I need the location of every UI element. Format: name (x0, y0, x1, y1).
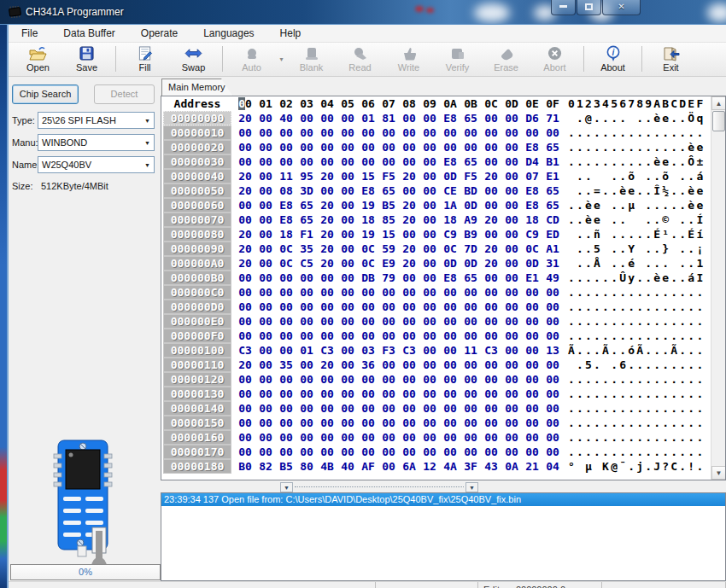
auto-button[interactable]: Auto (227, 43, 276, 75)
hex-byte-cell[interactable]: 82 (255, 460, 276, 473)
hex-byte-cell[interactable]: 00 (337, 344, 358, 357)
hex-byte-cell[interactable]: 00 (296, 445, 317, 458)
hex-byte-cell[interactable]: 00 (522, 445, 542, 458)
hex-byte-cell[interactable]: 00 (317, 315, 337, 328)
hex-byte-cell[interactable]: 00 (419, 213, 440, 226)
hex-byte-cell[interactable]: 0C (276, 242, 296, 255)
hex-byte-cell[interactable]: 00 (522, 286, 542, 299)
hex-byte-cell[interactable]: 00 (522, 344, 542, 357)
hex-byte-cell[interactable]: 00 (276, 271, 296, 284)
hex-byte-cell[interactable]: 00 (255, 445, 276, 458)
hex-byte-cell[interactable]: 00 (440, 315, 460, 328)
hex-byte-cell[interactable]: 20 (317, 257, 337, 270)
hex-byte-cell[interactable]: ED (542, 228, 563, 241)
hex-byte-cell[interactable]: 0D (460, 199, 481, 212)
hex-byte-cell[interactable]: 20 (481, 213, 501, 226)
hex-byte-cell[interactable]: 00 (440, 126, 460, 139)
hex-byte-cell[interactable]: 0D (460, 257, 481, 270)
ascii-cell[interactable]: ..=..èe..Î½..èe (568, 184, 705, 197)
hex-byte-cell[interactable]: 00 (440, 416, 460, 429)
hex-byte-cell[interactable]: 36 (358, 358, 378, 371)
hex-byte-cell[interactable]: 35 (296, 242, 317, 255)
hex-byte-cell[interactable]: 00 (481, 228, 501, 241)
hex-byte-cell[interactable]: 00 (337, 445, 358, 458)
hex-byte-cell[interactable]: 00 (419, 141, 440, 154)
hex-byte-cell[interactable]: 00 (399, 315, 419, 328)
hex-byte-cell[interactable]: 00 (522, 126, 542, 139)
hex-byte-cell[interactable]: 00 (255, 170, 276, 183)
hex-byte-cell[interactable]: 20 (235, 184, 255, 197)
hex-byte-cell[interactable]: 00 (337, 112, 358, 125)
hex-byte-cell[interactable]: 00 (235, 373, 255, 386)
hex-byte-cell[interactable]: 00 (501, 358, 522, 371)
hex-byte-cell[interactable]: 95 (296, 170, 317, 183)
menu-item-file[interactable]: File (9, 27, 50, 39)
hex-byte-cell[interactable]: E1 (522, 271, 542, 284)
hex-byte-cell[interactable]: 00 (317, 126, 337, 139)
hex-byte-cell[interactable]: 00 (235, 213, 255, 226)
hex-byte-cell[interactable]: 00 (501, 344, 522, 357)
ascii-cell[interactable]: ................ (568, 402, 705, 415)
hex-byte-cell[interactable]: 00 (358, 373, 378, 386)
hex-byte-cell[interactable]: 6A (399, 460, 419, 473)
hex-byte-cell[interactable]: 20 (235, 228, 255, 241)
hex-byte-cell[interactable]: 20 (481, 170, 501, 183)
hex-byte-cell[interactable]: 0D (522, 257, 542, 270)
hex-byte-cell[interactable]: 00 (358, 431, 378, 444)
hex-byte-cell[interactable]: 00 (255, 242, 276, 255)
hex-byte-cell[interactable]: 00 (378, 445, 399, 458)
ascii-cell[interactable]: ................ (568, 126, 705, 139)
hex-byte-cell[interactable]: 3F (460, 460, 481, 473)
hex-byte-cell[interactable]: 65 (460, 112, 481, 125)
hex-byte-cell[interactable]: 00 (522, 416, 542, 429)
maximize-button[interactable] (577, 0, 601, 15)
hex-byte-cell[interactable]: 20 (317, 242, 337, 255)
hex-byte-cell[interactable]: 00 (358, 286, 378, 299)
type-combobox[interactable]: 25\26 SPI FLASH ▼ (38, 112, 155, 129)
hex-byte-cell[interactable]: B5 (276, 460, 296, 473)
write-button[interactable]: Write (384, 43, 433, 75)
hex-byte-cell[interactable]: 00 (440, 329, 460, 342)
hex-byte-cell[interactable]: 00 (358, 315, 378, 328)
hex-byte-cell[interactable]: 00 (481, 199, 501, 212)
ascii-cell[interactable]: ..ñ .....É¹..Éí (568, 228, 705, 241)
hex-byte-cell[interactable]: 0C (358, 257, 378, 270)
hex-byte-cell[interactable]: 00 (481, 271, 501, 284)
hex-byte-cell[interactable]: 00 (501, 271, 522, 284)
hex-byte-cell[interactable]: E8 (440, 112, 460, 125)
hex-byte-cell[interactable]: E1 (542, 170, 563, 183)
hex-byte-cell[interactable]: 00 (481, 387, 501, 400)
hex-byte-cell[interactable]: 20 (481, 242, 501, 255)
ascii-cell[interactable]: ..........èe..Ô± (568, 155, 705, 168)
hex-byte-cell[interactable]: 00 (460, 373, 481, 386)
open-button[interactable]: Open (14, 43, 62, 75)
hex-byte-cell[interactable]: 00 (542, 300, 563, 313)
hex-byte-cell[interactable]: 0D (440, 257, 460, 270)
hex-byte-cell[interactable]: 00 (358, 445, 378, 458)
hex-byte-cell[interactable]: 00 (337, 141, 358, 154)
hex-byte-cell[interactable]: 00 (419, 112, 440, 125)
hex-byte-cell[interactable]: A1 (542, 242, 563, 255)
ascii-cell[interactable]: ..5 ..Y ..} ..¡ (568, 242, 705, 255)
hex-byte-cell[interactable]: 00 (419, 387, 440, 400)
hex-byte-cell[interactable]: 00 (358, 402, 378, 415)
hex-byte-cell[interactable]: 00 (337, 213, 358, 226)
hex-byte-cell[interactable]: 00 (399, 358, 419, 371)
hex-byte-cell[interactable]: 11 (276, 170, 296, 183)
hex-byte-cell[interactable]: 00 (460, 329, 481, 342)
hex-byte-cell[interactable]: 00 (296, 126, 317, 139)
hex-byte-cell[interactable]: 00 (440, 141, 460, 154)
hex-byte-cell[interactable]: 00 (501, 286, 522, 299)
hex-byte-cell[interactable]: 00 (296, 112, 317, 125)
hex-byte-cell[interactable]: 00 (460, 358, 481, 371)
hex-byte-cell[interactable]: 00 (337, 126, 358, 139)
hex-byte-cell[interactable]: 00 (378, 329, 399, 342)
hex-byte-cell[interactable]: B0 (235, 460, 255, 473)
hex-byte-cell[interactable]: 00 (419, 315, 440, 328)
hex-byte-cell[interactable]: 20 (399, 170, 419, 183)
hex-byte-cell[interactable]: 20 (317, 170, 337, 183)
hex-byte-cell[interactable]: 00 (235, 315, 255, 328)
hex-byte-cell[interactable]: 00 (440, 300, 460, 313)
hex-byte-cell[interactable]: 00 (522, 402, 542, 415)
hex-byte-cell[interactable]: B5 (378, 199, 399, 212)
